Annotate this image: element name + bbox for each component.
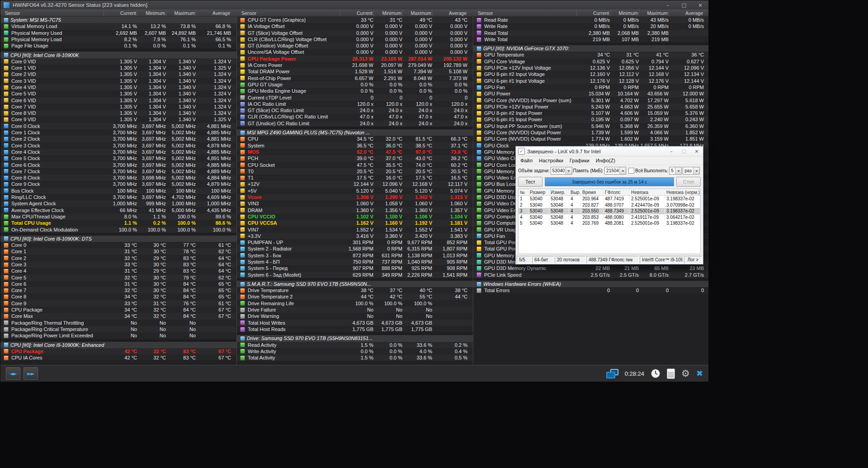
hwinfo-titlebar[interactable]: HWiNFO64 v6.32-4270 Sensor Status [223 v… [0, 0, 708, 10]
header-average[interactable]: Average [669, 9, 704, 16]
linx-titlebar[interactable]: ✓ Завершено - LinX v0.9.7 for Intel – □ … [516, 147, 703, 156]
remote-monitor-icon[interactable] [606, 369, 618, 378]
linx-result-row[interactable]: 253040530484203.827488.07072.424470e-093… [519, 202, 700, 208]
sensor-row[interactable]: Virtual Memory Load14.1 %13.2 %73.8 %66.… [0, 23, 236, 29]
sensor-row[interactable]: Physical Memory Load8.2 %7.9 %76.1 %66.5… [0, 36, 236, 43]
sensor-row[interactable]: System 3 - Бок872 RPM631 RPM1,138 RPM1,0… [237, 252, 473, 259]
sensor-row[interactable]: Total Host Writes4,673 GB4,673 GB4,673 G… [237, 320, 473, 326]
sensor-row[interactable]: GPU Media Engine Usage0.0 %0.0 %0.0 %0.0… [237, 88, 473, 94]
section-header-row[interactable]: CPU [#0]: Intel Core i9-10900K [0, 52, 236, 58]
memory-select[interactable]: 21504 [604, 167, 626, 175]
sensor-row[interactable]: CPU GT Cores (Graphics)33 °C31 °C49 °C43… [237, 17, 473, 23]
header-average[interactable]: Average [432, 9, 467, 16]
sensor-row[interactable]: GPU Power15.034 W10.164 W43.656 W12.000 … [473, 90, 708, 97]
sensor-row[interactable]: CLR (CBo/LLC/Ring) Voltage Offset0.000 V… [237, 36, 473, 43]
menu-item[interactable]: Графики [566, 158, 593, 163]
sensor-row[interactable]: Core 6 VID1.305 V1.304 V1.340 V1.324 V [0, 97, 236, 104]
sensor-row[interactable]: Core 232 °C29 °C83 °C64 °C [0, 255, 236, 261]
sensor-row[interactable]: CPU Package42 °C32 °C83 °C67 °C [0, 348, 236, 355]
sensor-row[interactable]: IA Voltage Offset0.000 V0.000 V0.000 V0.… [237, 23, 473, 29]
sensor-row[interactable]: Package/Ring Power Limit ExceededNoNoNo [0, 332, 236, 339]
sensor-row[interactable]: Core 2 VID1.305 V1.304 V1.340 V1.324 V [0, 71, 236, 77]
section-header-row[interactable]: Drive: Samsung SSD 970 EVO 1TB (S5H9NS0N… [237, 335, 473, 341]
header-minimum[interactable]: Minimum [137, 9, 166, 16]
sensor-row[interactable]: Read Activity1.5 %0.0 %33.6 %0.2 % [237, 342, 473, 348]
sensor-row[interactable]: Total DRAM Power1.528 W1.516 W7.394 W5.1… [237, 68, 473, 75]
sensor-row[interactable]: Core 333 °C30 °C83 °C64 °C [0, 261, 236, 268]
sensor-row[interactable]: Core 9 Clock3,700 MHz3,697 MHz5,002 MHz4… [0, 181, 236, 187]
sensor-row[interactable]: GPU Core (NVVDD) Output Power1.774 W1.60… [473, 136, 708, 142]
sensor-row[interactable]: Read Rate0 MB/s0 MB/s43 MB/s0 MB/s [473, 17, 708, 23]
sensor-row[interactable]: Max CPU/Thread Usage8.0 %1.1 %100.0 %89.… [0, 213, 236, 220]
sensor-row[interactable]: Core 4 Clock3,700 MHz3,697 MHz5,002 MHz4… [0, 149, 236, 155]
expand-columns-button[interactable]: ►► [24, 367, 38, 380]
sensor-row[interactable]: GPU GT Usage0.0 %0.0 %0.0 %0.0 % [237, 81, 473, 88]
sensor-row[interactable]: Current cTDP Level0000 [237, 95, 473, 101]
sensor-row[interactable]: Core 732 °C30 °C84 °C65 °C [0, 287, 236, 293]
sensor-row[interactable]: System 4 - БП750 RPM737 RPM1,040 RPM905 … [237, 259, 473, 265]
header-current[interactable]: Current [104, 9, 137, 16]
sensor-row[interactable]: CPU34.5 °C32.0 °C81.5 °C66.3 °C [237, 136, 473, 142]
sensor-row[interactable]: T117.5 °C16.0 °C17.5 °C16.5 °C [237, 175, 473, 181]
task-size-select[interactable]: 53040 [551, 167, 572, 175]
sensor-row[interactable]: CPU VCCIO1.102 V1.100 V1.106 V1.104 V [237, 213, 473, 220]
header-current[interactable]: Current [340, 9, 373, 16]
sensor-row[interactable]: Page File Usage0.1 %0.0 %0.1 %0.1 % [0, 43, 236, 49]
sensor-row[interactable]: GPU PCIe +12V Input Power5.243 W4.663 W2… [473, 104, 708, 110]
linx-minimize-button[interactable]: – [665, 147, 678, 156]
sensor-row[interactable]: Core 933 °C31 °C76 °C61 °C [0, 300, 236, 307]
sensor-row[interactable]: Core 834 °C32 °C84 °C65 °C [0, 293, 236, 300]
maximize-button[interactable]: □ [676, 0, 692, 9]
sensor-row[interactable]: Total Activity1.5 %0.0 %33.6 %0.5 % [237, 355, 473, 361]
run-unit-select[interactable]: раз [683, 167, 700, 175]
sensor-row[interactable]: Core 5 VID1.305 V1.304 V1.340 V1.324 V [0, 90, 236, 97]
sensor-row[interactable]: +12V12.144 V12.096 V12.168 V12.117 V [237, 181, 473, 187]
linx-result-row[interactable]: 553040530484203.769488.20812.525001e-093… [519, 220, 700, 227]
section-header-row[interactable]: System: MSI MS-7C75 [0, 17, 236, 23]
sensor-row[interactable]: Uncore/SA Voltage Offset0.000 V0.000 V0.… [237, 49, 473, 55]
header-maximum[interactable]: Maximum [166, 9, 196, 16]
sensor-row[interactable]: VIN31.060 V1.058 V1.060 V1.060 V [237, 200, 473, 207]
sensor-row[interactable]: T020.5 °C20.5 °C20.5 °C20.5 °C [237, 168, 473, 175]
sensor-row[interactable]: Drive Temperature 244 °C42 °C55 °C44 °C [237, 293, 473, 300]
header-average[interactable]: Average [196, 9, 231, 16]
menu-item[interactable]: Настройки [536, 158, 566, 163]
linx-maximize-button[interactable]: □ [678, 147, 690, 156]
section-header-row[interactable]: CPU [#0]: Intel Core i9-10900K: DTS [0, 236, 236, 242]
sensor-row[interactable]: Core 033 °C30 °C77 °C61 °C [0, 242, 236, 248]
sensor-row[interactable]: Core Max34 °C32 °C84 °C67 °C [0, 313, 236, 319]
sensor-row[interactable]: Average Effective Clock66 MHz41 MHz5,000… [0, 207, 236, 213]
collapse-columns-button[interactable]: ◄► [6, 367, 20, 380]
sensor-row[interactable]: Drive WarningNoNoNo [237, 313, 473, 319]
sensor-row[interactable]: CPU VCCSA1.162 V1.160 V1.192 V1.181 V [237, 220, 473, 226]
sensor-row[interactable]: System 2 - Radiator1,568 RPM0 RPM6,315 R… [237, 246, 473, 252]
sensor-row[interactable]: GPU Input PP Source Power (sum)5.946 W5.… [473, 123, 708, 129]
sensor-row[interactable]: IA Cores Power21.698 W20.097 W279.049 W1… [237, 62, 473, 68]
sensor-row[interactable]: On-Demand Clock Modulation100.0 %100.0 %… [0, 227, 236, 233]
header-maximum[interactable]: Maximum [402, 9, 432, 16]
sensor-row[interactable]: Core 3 VID1.305 V1.304 V1.340 V1.324 V [0, 78, 236, 84]
sensor-row[interactable]: Write Rate0 MB/s0 MB/s20 MB/s0 MB/s [473, 23, 708, 29]
sensor-row[interactable]: Core 7 VID1.305 V1.304 V1.340 V1.324 V [0, 104, 236, 110]
sensor-row[interactable]: GPU Temperature34 °C31 °C41 °C36 °C [473, 52, 708, 58]
linx-result-row[interactable]: 453040530484203.853488.00802.419117e-093… [519, 214, 700, 221]
sensor-row[interactable]: GPU Core Voltage0.625 V0.625 V0.794 V0.6… [473, 58, 708, 65]
sensor-row[interactable]: PCH39.0 °C37.0 °C43.0 °C39.2 °C [237, 155, 473, 161]
sensor-row[interactable]: GPU 8-pin #2 Input Voltage12.160 V12.112… [473, 71, 708, 77]
sensor-row[interactable]: Total CPU Usage1.1 %0.2 %100.0 %88.6 % [0, 220, 236, 226]
sensor-row[interactable]: Package/Ring Critical TemperatureNoNoNo [0, 326, 236, 332]
sensor-row[interactable]: Rest-of-Chip Power6.657 W2.291 W8.048 W7… [237, 75, 473, 81]
sensor-row[interactable]: System 6 - Зад (Mosfet)629 RPM349 RPM2,2… [237, 272, 473, 278]
menu-item[interactable]: Файл [517, 158, 536, 163]
sensor-row[interactable]: PCIe Link Speed2.5 GT/s2.5 GT/s8.0 GT/s2… [473, 272, 708, 278]
sensor-row[interactable]: Core 1 VID1.305 V1.304 V1.340 V1.325 V [0, 65, 236, 71]
close-sensors-icon[interactable]: ✖ [696, 369, 703, 378]
sensor-row[interactable]: Core 8 VID1.305 V1.304 V1.340 V1.324 V [0, 110, 236, 116]
sensor-row[interactable]: GPU D3D Memory Dynamic22 MB21 MB65 MB23 … [473, 265, 708, 271]
header-sensor[interactable]: Sensor [473, 10, 576, 16]
settings-gear-icon[interactable]: ⚙ [681, 369, 690, 378]
sensor-row[interactable]: Core 6 Clock3,700 MHz3,697 MHz5,002 MHz4… [0, 162, 236, 168]
section-header-row[interactable]: MSI MPG Z490 GAMING PLUS (MS-7C75) (Nuvo… [237, 129, 473, 136]
report-log-icon[interactable] [667, 369, 675, 379]
sensor-row[interactable]: Vcore1.308 V1.290 V1.342 V1.315 V [237, 194, 473, 200]
